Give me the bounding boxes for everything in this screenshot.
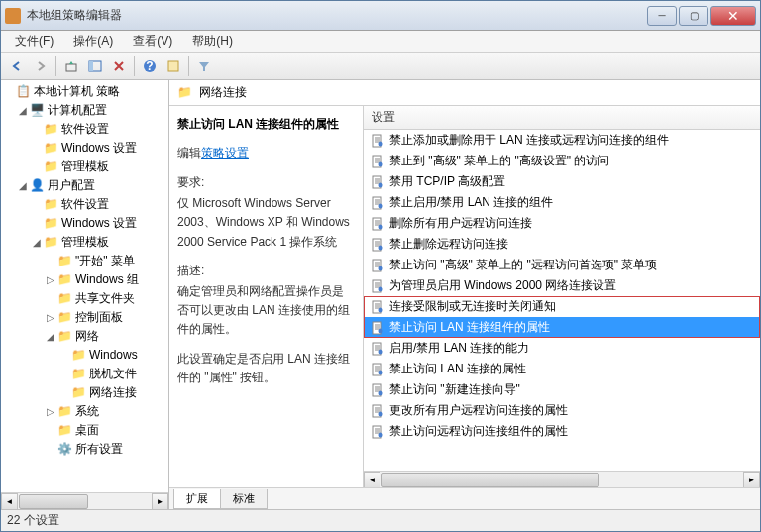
back-button[interactable] [6, 55, 28, 77]
scroll-left-button[interactable] [364, 472, 380, 487]
close-button[interactable]: ✕ [710, 6, 756, 26]
tree-u-admin[interactable]: ◢📁管理模板 [3, 233, 166, 252]
collapse-icon[interactable]: ◢ [31, 233, 43, 252]
list-item[interactable]: 启用/禁用 LAN 连接的能力 [364, 338, 760, 359]
policy-item-icon [370, 216, 385, 232]
tree-shared[interactable]: 📁共享文件夹 [3, 289, 166, 308]
tree-wincomp[interactable]: ▷📁Windows 组 [3, 270, 166, 289]
scroll-right-button[interactable] [743, 472, 760, 487]
svg-point-29 [379, 370, 383, 374]
tree-network[interactable]: ◢📁网络 [3, 327, 166, 346]
show-hide-tree-button[interactable] [84, 55, 106, 77]
minimize-button[interactable]: ─ [647, 6, 677, 26]
list-header[interactable]: 设置 [364, 106, 760, 130]
menu-view[interactable]: 查看(V) [123, 31, 182, 52]
list-item[interactable]: 连接受限制或无连接时关闭通知 [364, 296, 760, 317]
delete-button[interactable] [108, 55, 130, 77]
scroll-track[interactable] [18, 493, 152, 509]
req-text: 仅 Microsoft Windows Server 2003、Windows … [177, 194, 355, 252]
status-text: 22 个设置 [7, 512, 59, 529]
list-body[interactable]: 禁止添加或删除用于 LAN 连接或远程访问连接的组件禁止到 "高级" 菜单上的 … [364, 130, 760, 471]
edit-policy-link[interactable]: 策略设置 [201, 146, 249, 160]
folder-icon: 📁 [43, 216, 58, 232]
folder-icon: 📁 [56, 254, 72, 269]
scroll-right-button[interactable] [152, 493, 168, 509]
filter-button[interactable] [193, 55, 215, 77]
titlebar[interactable]: 本地组策略编辑器 ─ ▢ ✕ [1, 1, 760, 31]
svg-point-17 [379, 245, 383, 250]
properties-button[interactable] [163, 55, 184, 77]
collapse-icon[interactable]: ◢ [17, 101, 29, 120]
req-label: 要求: [177, 173, 355, 192]
list-item[interactable]: 禁用 TCP/IP 高级配置 [364, 171, 760, 192]
list-item[interactable]: 为管理员启用 Windows 2000 网络连接设置 [364, 275, 760, 296]
tabstrip: 扩展 标准 [169, 487, 760, 509]
tree-system[interactable]: ▷📁系统 [3, 402, 166, 421]
policy-item-icon [370, 403, 385, 419]
tree-desktop[interactable]: 📁桌面 [3, 421, 166, 440]
settings-icon: ⚙️ [56, 442, 72, 458]
menu-help[interactable]: 帮助(H) [182, 31, 243, 52]
tree-body[interactable]: 📋本地计算机 策略 ◢🖥️计算机配置 📁软件设置 📁Windows 设置 📁管理… [1, 80, 168, 492]
folder-icon: 📁 [56, 423, 72, 439]
menu-file[interactable]: 文件(F) [5, 31, 63, 52]
forward-button[interactable] [30, 55, 52, 77]
scroll-thumb[interactable] [19, 494, 88, 509]
list-item[interactable]: 禁止添加或删除用于 LAN 连接或远程访问连接的组件 [364, 130, 760, 151]
scroll-track[interactable] [380, 472, 743, 487]
tree-netconn[interactable]: 📁网络连接 [3, 383, 166, 402]
list-item[interactable]: 禁止访问远程访问连接组件的属性 [364, 421, 760, 442]
expand-icon[interactable]: ▷ [45, 270, 56, 289]
svg-point-9 [379, 161, 383, 166]
tree-user[interactable]: ◢👤用户配置 [3, 176, 166, 195]
scroll-thumb[interactable] [381, 473, 599, 487]
tab-standard[interactable]: 标准 [220, 489, 268, 509]
svg-point-7 [379, 141, 383, 146]
policy-item-icon [370, 278, 385, 294]
toolbar-sep [55, 56, 56, 76]
list-item[interactable]: 禁止访问 "新建连接向导" [364, 379, 760, 400]
policy-item-icon [370, 299, 385, 315]
tree-c-soft[interactable]: 📁软件设置 [3, 120, 166, 139]
svg-point-25 [379, 328, 383, 333]
list-item-label: 禁止访问 "高级" 菜单上的 "远程访问首选项" 菜单项 [389, 257, 657, 273]
expand-icon[interactable]: ▷ [45, 308, 56, 327]
tree-root[interactable]: 📋本地计算机 策略 [3, 82, 166, 101]
list-item[interactable]: 删除所有用户远程访问连接 [364, 213, 760, 234]
tree-start[interactable]: 📁"开始" 菜单 [3, 252, 166, 270]
list-item[interactable]: 禁止访问 LAN 连接组件的属性 [364, 317, 760, 338]
folder-icon: 📁 [43, 122, 58, 138]
up-button[interactable] [60, 55, 82, 77]
list-item[interactable]: 禁止访问 LAN 连接的属性 [364, 359, 760, 379]
list-item[interactable]: 禁止删除远程访问连接 [364, 234, 760, 255]
list-item[interactable]: 禁止启用/禁用 LAN 连接的组件 [364, 192, 760, 213]
tree-hscroll[interactable] [1, 492, 168, 509]
tree-all[interactable]: ⚙️所有设置 [3, 440, 166, 459]
tree-u-win[interactable]: 📁Windows 设置 [3, 214, 166, 233]
tree-c-admin[interactable]: 📁管理模板 [3, 158, 166, 176]
tree-u-soft[interactable]: 📁软件设置 [3, 195, 166, 214]
maximize-button[interactable]: ▢ [679, 6, 708, 26]
collapse-icon[interactable]: ◢ [45, 327, 56, 346]
folder-icon: 📁 [70, 385, 86, 401]
menu-action[interactable]: 操作(A) [63, 31, 123, 52]
list-hscroll[interactable] [364, 471, 760, 487]
tree-c-win[interactable]: 📁Windows 设置 [3, 139, 166, 158]
svg-point-23 [379, 307, 383, 312]
help-button[interactable]: ? [139, 55, 161, 77]
list-item[interactable]: 禁止到 "高级" 菜单上的 "高级设置" 的访问 [364, 151, 760, 171]
expand-icon[interactable]: ▷ [45, 402, 56, 421]
tree-computer[interactable]: ◢🖥️计算机配置 [3, 101, 166, 120]
tree-ctrl[interactable]: ▷📁控制面板 [3, 308, 166, 327]
detail-area: 禁止访问 LAN 连接组件的属性 编辑策略设置 要求: 仅 Microsoft … [169, 106, 760, 487]
list-item[interactable]: 更改所有用户远程访问连接的属性 [364, 400, 760, 421]
folder-icon: 📁 [56, 291, 72, 307]
collapse-icon[interactable]: ◢ [17, 176, 29, 195]
tree-net-win[interactable]: 📁Windows [3, 346, 166, 365]
tab-extended[interactable]: 扩展 [173, 489, 221, 509]
tree-offline[interactable]: 📁脱机文件 [3, 365, 166, 383]
scroll-left-button[interactable] [1, 493, 18, 509]
folder-icon: 📁 [56, 404, 72, 420]
path-label: 网络连接 [199, 84, 247, 101]
list-item[interactable]: 禁止访问 "高级" 菜单上的 "远程访问首选项" 菜单项 [364, 255, 760, 275]
